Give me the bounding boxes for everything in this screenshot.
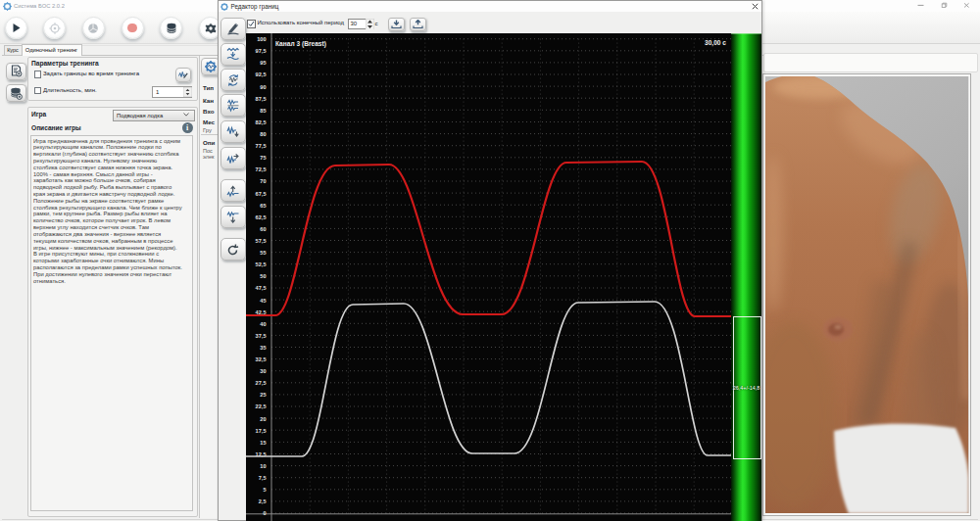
- svg-text:2,5: 2,5: [259, 498, 267, 504]
- svg-text:20: 20: [260, 416, 266, 422]
- svg-text:95: 95: [260, 60, 266, 66]
- svg-text:Канал 3 (Breast): Канал 3 (Breast): [275, 40, 326, 48]
- svg-text:7,5: 7,5: [259, 475, 267, 481]
- svg-text:70: 70: [260, 178, 266, 184]
- svg-text:42,5: 42,5: [256, 309, 267, 315]
- svg-text:0: 0: [263, 510, 266, 516]
- svg-text:82,5: 82,5: [256, 119, 267, 125]
- svg-text:30,00 с: 30,00 с: [705, 39, 726, 47]
- svg-text:27,5: 27,5: [256, 380, 267, 386]
- svg-text:80: 80: [260, 131, 266, 137]
- svg-text:65: 65: [260, 203, 266, 209]
- svg-text:97,5: 97,5: [256, 48, 267, 54]
- svg-text:45: 45: [260, 298, 266, 304]
- svg-text:67,5: 67,5: [256, 191, 267, 197]
- svg-text:22,5: 22,5: [256, 403, 267, 409]
- svg-text:92,5: 92,5: [256, 71, 267, 77]
- svg-text:50: 50: [260, 273, 266, 279]
- svg-text:32,5: 32,5: [256, 356, 267, 362]
- svg-text:35: 35: [260, 345, 266, 351]
- svg-text:60: 60: [260, 226, 266, 232]
- svg-text:5: 5: [263, 487, 266, 493]
- svg-text:72,5: 72,5: [256, 166, 267, 172]
- svg-text:15: 15: [260, 440, 266, 446]
- svg-text:37,5: 37,5: [256, 333, 267, 339]
- svg-text:25: 25: [260, 392, 266, 398]
- svg-text:40: 40: [260, 321, 266, 327]
- svg-text:30: 30: [260, 368, 266, 374]
- svg-text:87,5: 87,5: [256, 96, 267, 102]
- svg-text:17,5: 17,5: [256, 428, 267, 434]
- svg-text:55: 55: [260, 250, 266, 256]
- svg-text:47,5: 47,5: [256, 285, 267, 291]
- svg-text:75: 75: [260, 155, 266, 161]
- svg-text:52,5: 52,5: [256, 261, 267, 267]
- svg-text:85: 85: [260, 108, 266, 114]
- svg-text:100: 100: [257, 36, 266, 42]
- svg-text:62,5: 62,5: [256, 214, 267, 220]
- svg-text:90: 90: [260, 84, 266, 90]
- svg-text:10: 10: [260, 463, 266, 469]
- svg-text:57,5: 57,5: [256, 238, 267, 244]
- svg-text:77,5: 77,5: [256, 143, 267, 149]
